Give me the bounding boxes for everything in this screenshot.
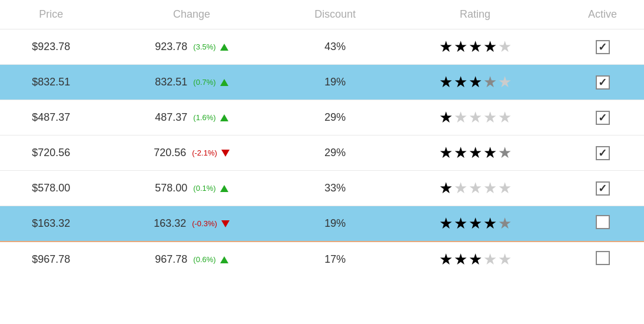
active-cell xyxy=(561,206,644,242)
rating-cell: ★★★★★ xyxy=(389,171,561,206)
discount-cell: 19% xyxy=(281,206,389,242)
star-empty: ★ xyxy=(483,250,497,269)
star-half: ★ xyxy=(483,73,497,91)
star-filled: ★ xyxy=(439,250,453,269)
table-row: $832.51 832.51 (0.7%) 19% ★★★★★ xyxy=(0,65,644,100)
col-header-discount: Discount xyxy=(281,0,389,29)
star-empty: ★ xyxy=(483,108,497,127)
star-half: ★ xyxy=(498,144,512,162)
star-empty: ★ xyxy=(469,108,482,127)
price-cell: $967.78 xyxy=(0,242,102,277)
checkbox[interactable] xyxy=(596,215,610,229)
table-row: $578.00 578.00 (0.1%) 33% ★★★★★ xyxy=(0,171,644,206)
arrow-down-icon xyxy=(221,150,230,157)
checkbox[interactable] xyxy=(596,251,610,265)
active-cell xyxy=(561,29,644,65)
star-filled: ★ xyxy=(439,38,453,56)
change-cell: 487.37 (1.6%) xyxy=(102,100,281,135)
star-filled: ★ xyxy=(469,144,482,162)
checkbox[interactable] xyxy=(596,111,610,125)
change-cell: 720.56 (-2.1%) xyxy=(102,135,281,171)
arrow-down-icon xyxy=(221,220,230,227)
arrow-up-icon xyxy=(220,185,228,192)
rating-cell: ★★★★★ xyxy=(389,100,561,135)
star-filled: ★ xyxy=(439,214,453,233)
active-cell xyxy=(561,135,644,171)
active-cell xyxy=(561,65,644,100)
rating-cell: ★★★★★ xyxy=(389,65,561,100)
change-percent: (-2.1%) xyxy=(192,148,217,157)
table-row: $967.78 967.78 (0.6%) 17% ★★★★★ xyxy=(0,242,644,277)
star-filled: ★ xyxy=(469,250,482,269)
star-empty: ★ xyxy=(454,108,467,127)
star-filled: ★ xyxy=(439,73,453,91)
col-header-price: Price xyxy=(0,0,102,29)
col-header-change: Change xyxy=(102,0,281,29)
active-cell xyxy=(561,100,644,135)
star-empty: ★ xyxy=(498,73,512,91)
arrow-up-icon xyxy=(220,114,228,121)
change-value: 578.00 xyxy=(155,182,187,194)
star-half: ★ xyxy=(498,214,512,233)
star-filled: ★ xyxy=(454,38,467,56)
star-filled: ★ xyxy=(439,179,453,197)
table-row: $720.56 720.56 (-2.1%) 29% ★★★★★ xyxy=(0,135,644,171)
change-value: 923.78 xyxy=(155,41,187,53)
rating-cell: ★★★★★ xyxy=(389,135,561,171)
star-filled: ★ xyxy=(454,250,467,269)
price-cell: $487.37 xyxy=(0,100,102,135)
change-value: 720.56 xyxy=(154,147,186,159)
change-cell: 967.78 (0.6%) xyxy=(102,242,281,277)
star-filled: ★ xyxy=(469,214,482,233)
discount-cell: 17% xyxy=(281,242,389,277)
arrow-up-icon xyxy=(220,256,228,263)
discount-cell: 33% xyxy=(281,171,389,206)
change-cell: 578.00 (0.1%) xyxy=(102,171,281,206)
star-empty: ★ xyxy=(483,179,497,197)
discount-cell: 19% xyxy=(281,65,389,100)
change-percent: (1.6%) xyxy=(193,113,215,122)
star-empty: ★ xyxy=(498,179,512,197)
change-value: 487.37 xyxy=(155,111,187,124)
table-row: $923.78 923.78 (3.5%) 43% ★★★★★ xyxy=(0,29,644,65)
change-percent: (0.1%) xyxy=(193,184,215,193)
rating-cell: ★★★★★ xyxy=(389,29,561,65)
change-value: 967.78 xyxy=(155,253,187,266)
price-cell: $163.32 xyxy=(0,206,102,242)
star-filled: ★ xyxy=(439,108,453,127)
price-cell: $923.78 xyxy=(0,29,102,65)
price-cell: $720.56 xyxy=(0,135,102,171)
col-header-active: Active xyxy=(561,0,644,29)
rating-cell: ★★★★★ xyxy=(389,206,561,242)
arrow-up-icon xyxy=(220,79,228,86)
col-header-rating: Rating xyxy=(389,0,561,29)
star-filled: ★ xyxy=(469,38,482,56)
star-filled: ★ xyxy=(483,38,497,56)
star-empty: ★ xyxy=(498,108,512,127)
discount-cell: 43% xyxy=(281,29,389,65)
star-empty: ★ xyxy=(498,250,512,269)
checkbox[interactable] xyxy=(596,75,610,90)
change-value: 163.32 xyxy=(154,217,186,230)
star-empty: ★ xyxy=(498,38,512,56)
star-empty: ★ xyxy=(469,179,482,197)
checkbox[interactable] xyxy=(596,40,610,54)
discount-cell: 29% xyxy=(281,135,389,171)
table-row: $163.32 163.32 (-0.3%) 19% ★★★★★ xyxy=(0,206,644,242)
change-percent: (3.5%) xyxy=(193,42,215,51)
star-filled: ★ xyxy=(454,73,467,91)
active-cell xyxy=(561,242,644,277)
price-cell: $832.51 xyxy=(0,65,102,100)
change-value: 832.51 xyxy=(155,76,187,88)
change-cell: 832.51 (0.7%) xyxy=(102,65,281,100)
checkbox[interactable] xyxy=(596,146,610,160)
star-empty: ★ xyxy=(454,179,467,197)
active-cell xyxy=(561,171,644,206)
discount-cell: 29% xyxy=(281,100,389,135)
change-percent: (-0.3%) xyxy=(192,219,217,228)
star-filled: ★ xyxy=(469,73,482,91)
star-filled: ★ xyxy=(439,144,453,162)
change-percent: (0.6%) xyxy=(193,255,215,264)
rating-cell: ★★★★★ xyxy=(389,242,561,277)
checkbox[interactable] xyxy=(596,181,610,196)
